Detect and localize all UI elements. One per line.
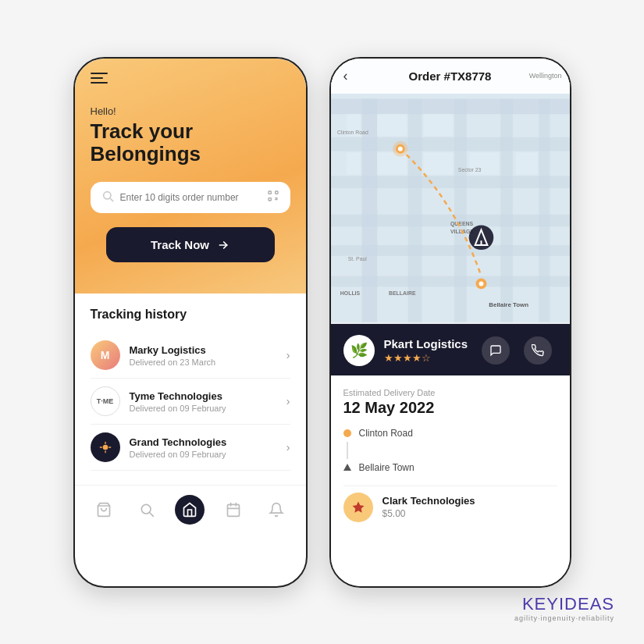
- grand-logo: [91, 432, 120, 462]
- route-connector: [347, 442, 348, 459]
- branding: KEYIDEAS agility·ingenuity·reliability: [514, 594, 614, 622]
- vendor-row: Clark Technologies $5.00: [343, 486, 557, 522]
- history-info-marky: Marky Logistics Delivered on 23 March: [130, 344, 277, 367]
- destination-triangle: [343, 464, 351, 471]
- svg-rect-36: [515, 152, 537, 174]
- vendor-price: $5.00: [382, 508, 475, 519]
- marky-arrow: ›: [286, 349, 290, 361]
- svg-rect-31: [423, 114, 453, 136]
- grand-arrow: ›: [286, 441, 290, 454]
- phones-container: Hello! Track your Belongings: [73, 57, 571, 588]
- svg-rect-13: [227, 505, 239, 517]
- track-title: Track your Belongings: [91, 120, 290, 167]
- svg-text:BELLAIRE: BELLAIRE: [389, 290, 416, 296]
- svg-text:Clinton Road: Clinton Road: [336, 129, 368, 134]
- svg-text:St. Paul: St. Paul: [347, 255, 367, 261]
- tyme-logo: T·ME: [91, 386, 120, 416]
- svg-line-1: [110, 198, 113, 201]
- tyme-date: Delivered on 09 February: [130, 404, 277, 413]
- svg-rect-3: [275, 191, 277, 194]
- vendor-info: Clark Technologies $5.00: [382, 495, 475, 519]
- phone1-body: Tracking history M Marky Logistics Deliv…: [75, 294, 306, 485]
- bottom-nav: [75, 485, 306, 539]
- delivery-panel: 🌿 Pkart Logistics ★★★★☆: [331, 324, 570, 375]
- brand-ideas: IDEAS: [559, 594, 614, 614]
- track-now-label: Track Now: [151, 238, 209, 251]
- svg-rect-27: [500, 98, 513, 322]
- svg-line-12: [150, 513, 154, 517]
- grand-name: Grand Technologies: [130, 436, 277, 448]
- vendor-logo: [343, 493, 373, 522]
- logistics-logo: 🌿: [343, 335, 375, 366]
- nav-search[interactable]: [132, 495, 162, 525]
- logistics-stars: ★★★★☆: [384, 352, 468, 364]
- search-bar[interactable]: [91, 182, 290, 213]
- map-area: ‹ Order #TX8778 Wellington: [331, 59, 570, 324]
- grand-date: Delivered on 09 February: [130, 450, 277, 459]
- svg-text:Sector 23: Sector 23: [457, 167, 481, 173]
- svg-rect-35: [346, 152, 360, 174]
- brand-tagline: agility·ingenuity·reliability: [514, 614, 614, 622]
- marky-date: Delivered on 23 March: [130, 358, 277, 367]
- history-info-grand: Grand Technologies Delivered on 09 Febru…: [130, 436, 277, 459]
- greeting-text: Hello!: [91, 105, 290, 117]
- svg-point-47: [397, 146, 402, 151]
- logistics-info: Pkart Logistics ★★★★☆: [384, 337, 468, 364]
- svg-rect-25: [407, 98, 422, 322]
- phone-2: ‹ Order #TX8778 Wellington: [329, 57, 571, 588]
- history-item-grand[interactable]: Grand Technologies Delivered on 09 Febru…: [91, 425, 290, 471]
- svg-point-9: [102, 445, 108, 450]
- order-input[interactable]: [120, 192, 261, 203]
- svg-text:QUEENS: QUEENS: [450, 221, 474, 227]
- delivery-card: Estimated Delivery Date 12 May 2022 Clin…: [331, 375, 570, 586]
- nav-home[interactable]: [175, 495, 205, 525]
- svg-rect-30: [377, 114, 407, 136]
- marky-logo: M: [91, 340, 120, 370]
- svg-rect-33: [423, 152, 453, 174]
- tyme-name: Tyme Technologies: [130, 390, 277, 402]
- svg-text:Bellaire Town: Bellaire Town: [489, 301, 528, 308]
- brand-key: KEY: [522, 594, 559, 614]
- delivery-date: 12 May 2022: [343, 399, 557, 417]
- svg-text:HOLLIS: HOLLIS: [340, 290, 360, 296]
- back-button[interactable]: ‹: [343, 68, 348, 84]
- svg-point-52: [479, 281, 483, 286]
- history-title: Tracking history: [91, 308, 290, 322]
- route-line: Clinton Road Bellaire Town: [343, 425, 557, 476]
- logistics-name: Pkart Logistics: [384, 337, 468, 350]
- map-svg: Clinton Road Sector 23 QUEENS VILLAGE HO…: [331, 59, 570, 324]
- menu-icon[interactable]: [91, 73, 108, 84]
- search-icon: [101, 190, 114, 205]
- delivery-label: Estimated Delivery Date: [343, 388, 557, 397]
- location-label: Wellington: [529, 72, 562, 80]
- origin-text: Clinton Road: [359, 428, 413, 439]
- svg-rect-4: [269, 198, 271, 201]
- svg-marker-53: [352, 501, 364, 512]
- nav-bag[interactable]: [89, 495, 119, 525]
- history-item-tyme[interactable]: T·ME Tyme Technologies Delivered on 09 F…: [91, 379, 290, 425]
- tyme-arrow: ›: [286, 395, 290, 407]
- logistics-header: 🌿 Pkart Logistics ★★★★☆: [343, 335, 557, 366]
- scan-icon[interactable]: [267, 190, 279, 205]
- svg-rect-2: [269, 191, 271, 194]
- map-header: ‹ Order #TX8778 Wellington: [331, 59, 570, 94]
- history-item-marky[interactable]: M Marky Logistics Delivered on 23 March …: [91, 333, 290, 379]
- call-button[interactable]: [524, 336, 552, 365]
- order-title: Order #TX8778: [409, 69, 492, 83]
- nav-bell[interactable]: [262, 495, 291, 525]
- chat-button[interactable]: [482, 336, 510, 365]
- svg-rect-26: [454, 98, 466, 322]
- vendor-name: Clark Technologies: [382, 495, 475, 507]
- brand-name: KEYIDEAS: [514, 594, 614, 614]
- phone1-header: Hello! Track your Belongings: [75, 59, 306, 294]
- track-now-button[interactable]: Track Now: [106, 227, 275, 262]
- history-info-tyme: Tyme Technologies Delivered on 09 Februa…: [130, 390, 277, 413]
- nav-calendar[interactable]: [219, 495, 248, 525]
- route-from: Clinton Road: [343, 425, 557, 442]
- origin-dot: [343, 429, 351, 437]
- marky-name: Marky Logistics: [130, 344, 277, 356]
- phone-1: Hello! Track your Belongings: [73, 57, 308, 588]
- destination-text: Bellaire Town: [359, 462, 415, 473]
- svg-rect-28: [539, 98, 550, 322]
- route-to: Bellaire Town: [343, 459, 557, 476]
